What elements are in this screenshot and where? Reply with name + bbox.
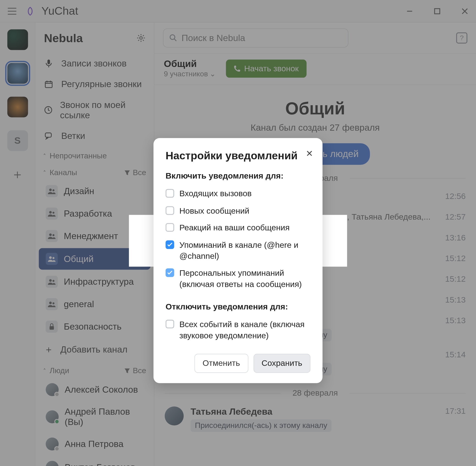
option-label: Реакций на ваши сообщения [179, 222, 290, 233]
option-new-messages[interactable]: Новых сообщений [166, 202, 310, 219]
modal-overlay: Настройки уведомлений ✕ Включить уведомл… [0, 0, 476, 466]
option-personal-mentions[interactable]: Персональных упоминаний (включая ответы … [166, 265, 310, 293]
cancel-button[interactable]: Отменить [194, 354, 248, 373]
modal-section-disable: Отключить уведомления для: [166, 302, 310, 312]
option-label: Упоминаний в канале (@here и @channel) [179, 240, 310, 262]
close-icon[interactable]: ✕ [306, 149, 313, 159]
checkbox[interactable] [166, 189, 174, 198]
option-channel-mentions[interactable]: Упоминаний в канале (@here и @channel) [166, 236, 310, 265]
option-mute-all[interactable]: Всех событий в канале (включая звуковое … [166, 316, 310, 344]
save-button[interactable]: Сохранить [253, 354, 310, 373]
checkbox[interactable] [166, 206, 174, 215]
modal-title: Настройки уведомлений [166, 149, 310, 162]
option-label: Всех событий в канале (включая звуковое … [179, 319, 310, 341]
checkbox-checked[interactable] [166, 268, 174, 277]
checkbox[interactable] [166, 320, 174, 329]
option-incoming-calls[interactable]: Входящих вызовов [166, 185, 310, 202]
option-reactions[interactable]: Реакций на ваши сообщения [166, 219, 310, 237]
option-label: Новых сообщений [179, 205, 249, 216]
notifications-modal: Настройки уведомлений ✕ Включить уведомл… [153, 138, 323, 383]
option-label: Входящих вызовов [179, 188, 252, 199]
modal-section-enable: Включить уведомления для: [166, 171, 310, 181]
checkbox-checked[interactable] [166, 240, 174, 249]
option-label: Персональных упоминаний (включая ответы … [179, 268, 310, 290]
checkbox[interactable] [166, 223, 174, 232]
